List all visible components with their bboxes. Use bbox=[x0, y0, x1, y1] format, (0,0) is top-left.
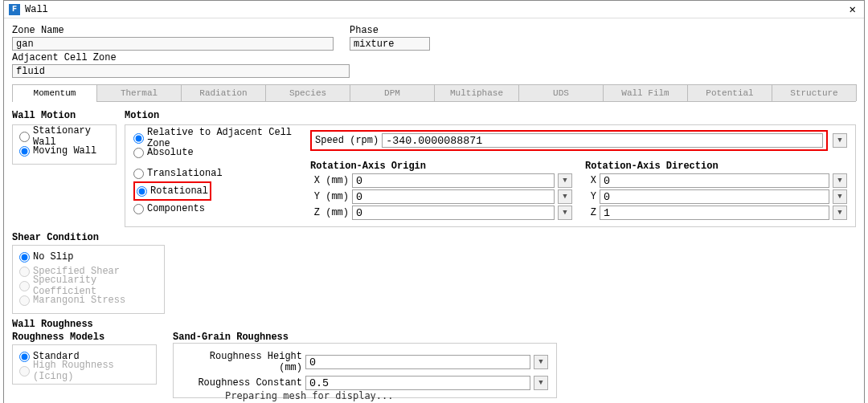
origin-y-input[interactable] bbox=[352, 189, 555, 204]
tab-species[interactable]: Species bbox=[265, 84, 350, 101]
roughness-constant-label: Roughness Constant bbox=[182, 377, 302, 389]
roughness-height-dropdown-icon[interactable]: ▼ bbox=[534, 355, 548, 369]
wall-dialog: F Wall ✕ Zone Name Phase Adjacent Cell Z… bbox=[3, 0, 865, 403]
window-title: Wall bbox=[25, 4, 846, 15]
wall-motion-title: Wall Motion bbox=[12, 110, 117, 121]
roughness-title: Wall Roughness bbox=[12, 319, 856, 330]
motion-group: Relative to Adjacent Cell Zone Absolute … bbox=[125, 124, 856, 227]
radio-high-roughness: High Roughness (Icing) bbox=[19, 364, 149, 377]
dir-y-dropdown-icon[interactable]: ▼ bbox=[833, 189, 847, 204]
titlebar: F Wall ✕ bbox=[4, 1, 864, 18]
tab-potential[interactable]: Potential bbox=[687, 84, 772, 101]
roughness-models-title: Roughness Models bbox=[12, 332, 157, 343]
dir-z-dropdown-icon[interactable]: ▼ bbox=[833, 206, 847, 220]
origin-z-input[interactable] bbox=[352, 206, 555, 220]
shear-title: Shear Condition bbox=[12, 232, 856, 243]
tab-radiation[interactable]: Radiation bbox=[181, 84, 266, 101]
tab-momentum[interactable]: Momentum bbox=[12, 84, 97, 101]
phase-input[interactable] bbox=[350, 37, 430, 51]
tab-thermal[interactable]: Thermal bbox=[96, 84, 182, 101]
roughness-height-label: Roughness Height (mm) bbox=[182, 351, 302, 373]
dialog-content: Zone Name Phase Adjacent Cell Zone Momen… bbox=[4, 18, 864, 403]
tab-dpm[interactable]: DPM bbox=[350, 84, 435, 101]
dir-y-label: Y bbox=[585, 191, 596, 202]
origin-title: Rotation-Axis Origin bbox=[310, 161, 572, 172]
origin-x-dropdown-icon[interactable]: ▼ bbox=[558, 173, 572, 188]
radio-specularity: Specularity Coefficient bbox=[19, 279, 158, 292]
speed-label: Speed (rpm) bbox=[315, 135, 379, 146]
origin-z-dropdown-icon[interactable]: ▼ bbox=[558, 206, 572, 220]
origin-y-dropdown-icon[interactable]: ▼ bbox=[558, 189, 572, 204]
tab-structure[interactable]: Structure bbox=[772, 84, 857, 101]
radio-moving-wall[interactable]: Moving Wall bbox=[19, 145, 109, 157]
speed-input[interactable] bbox=[382, 133, 823, 148]
radio-components[interactable]: Components bbox=[133, 202, 294, 215]
dialog-buttons: OK Cancel Help bbox=[12, 398, 856, 403]
tab-wall-film[interactable]: Wall Film bbox=[603, 84, 688, 101]
sand-grain-title: Sand-Grain Roughness bbox=[173, 332, 557, 343]
phase-label: Phase bbox=[350, 25, 430, 36]
adjacent-input[interactable] bbox=[12, 64, 350, 78]
direction-title: Rotation-Axis Direction bbox=[585, 161, 847, 172]
radio-rotational[interactable]: Rotational bbox=[137, 185, 208, 197]
speed-highlight: Speed (rpm) bbox=[310, 130, 828, 151]
tabs: Momentum Thermal Radiation Species DPM M… bbox=[12, 84, 856, 102]
speed-dropdown-icon[interactable]: ▼ bbox=[833, 133, 847, 148]
dir-x-input[interactable] bbox=[600, 173, 829, 188]
roughness-constant-input[interactable] bbox=[305, 376, 530, 390]
dir-z-label: Z bbox=[585, 207, 596, 218]
origin-x-label: X (mm) bbox=[310, 175, 349, 186]
radio-translational[interactable]: Translational bbox=[133, 167, 294, 180]
roughness-models-group: Standard High Roughness (Icing) bbox=[12, 344, 157, 385]
dir-x-dropdown-icon[interactable]: ▼ bbox=[833, 173, 847, 188]
origin-y-label: Y (mm) bbox=[310, 191, 349, 202]
radio-no-slip[interactable]: No Slip bbox=[19, 250, 158, 263]
zone-name-label: Zone Name bbox=[12, 25, 334, 36]
origin-x-input[interactable] bbox=[352, 173, 555, 188]
status-text: Preparing mesh for display... bbox=[225, 390, 394, 401]
motion-title: Motion bbox=[125, 110, 856, 121]
radio-relative[interactable]: Relative to Adjacent Cell Zone bbox=[133, 132, 294, 145]
close-icon[interactable]: ✕ bbox=[846, 2, 859, 16]
wall-motion-group: Stationary Wall Moving Wall bbox=[12, 124, 117, 165]
shear-group: No Slip Specified Shear Specularity Coef… bbox=[12, 245, 165, 314]
origin-z-label: Z (mm) bbox=[310, 207, 349, 218]
roughness-constant-dropdown-icon[interactable]: ▼ bbox=[534, 376, 548, 390]
zone-name-input[interactable] bbox=[12, 37, 334, 51]
adjacent-label: Adjacent Cell Zone bbox=[12, 52, 856, 63]
dir-z-input[interactable] bbox=[600, 206, 829, 220]
tab-uds[interactable]: UDS bbox=[518, 84, 604, 101]
roughness-height-input[interactable] bbox=[305, 355, 530, 369]
dir-y-input[interactable] bbox=[600, 189, 829, 204]
app-icon: F bbox=[9, 4, 20, 15]
radio-stationary-wall[interactable]: Stationary Wall bbox=[19, 130, 109, 143]
tab-multiphase[interactable]: Multiphase bbox=[434, 84, 519, 101]
dir-x-label: X bbox=[585, 175, 596, 186]
